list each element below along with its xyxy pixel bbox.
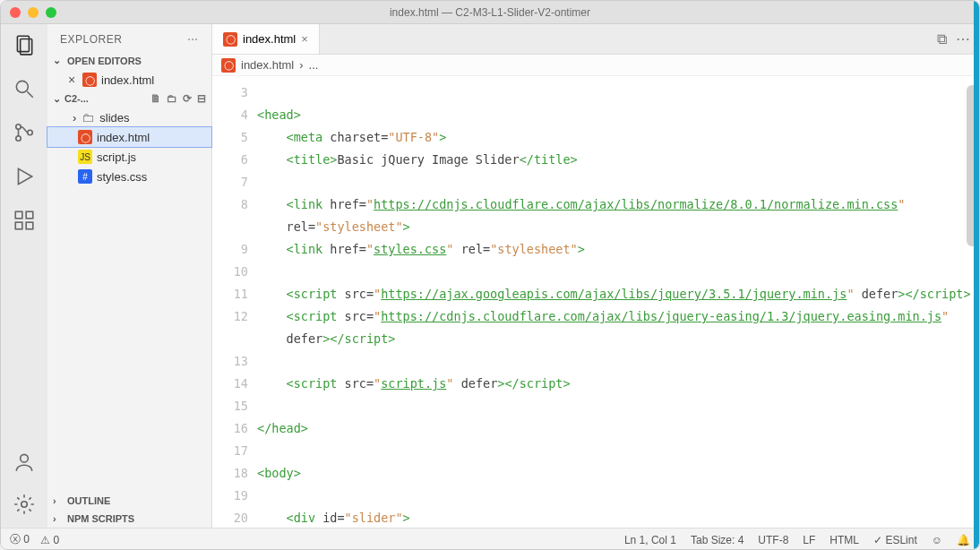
line-gutter: 345678 9101112 1314151617181920 bbox=[212, 76, 257, 528]
html-file-icon: ◯ bbox=[223, 32, 237, 47]
open-editors-label: OPEN EDITORS bbox=[67, 56, 142, 66]
svg-point-5 bbox=[16, 136, 21, 141]
search-icon[interactable] bbox=[13, 77, 36, 103]
file-tree-label: script.js bbox=[97, 150, 136, 164]
status-bar: ⓧ 0 ⚠ 0 Ln 1, Col 1 Tab Size: 4 UTF-8 LF… bbox=[1, 528, 979, 550]
status-tab-size[interactable]: Tab Size: 4 bbox=[691, 534, 744, 546]
close-window-icon[interactable] bbox=[10, 7, 21, 18]
extensions-icon[interactable] bbox=[13, 209, 36, 235]
run-debug-icon[interactable] bbox=[13, 165, 36, 191]
js-file-icon: JS bbox=[78, 150, 92, 164]
chevron-right-icon: › bbox=[53, 495, 64, 506]
window-right-edge bbox=[974, 1, 979, 549]
chevron-down-icon: ⌄ bbox=[53, 93, 61, 105]
refresh-icon[interactable]: ⟳ bbox=[183, 92, 192, 105]
svg-point-4 bbox=[16, 125, 21, 129]
outline-label: OUTLINE bbox=[67, 495, 110, 506]
new-folder-icon[interactable]: 🗀 bbox=[167, 92, 177, 105]
status-warnings[interactable]: ⚠ 0 bbox=[40, 534, 59, 546]
svg-point-13 bbox=[21, 502, 28, 508]
status-ln-col[interactable]: Ln 1, Col 1 bbox=[624, 534, 676, 546]
explorer-title: EXPLORER bbox=[60, 33, 122, 46]
status-bell-icon[interactable]: 🔔 bbox=[957, 534, 970, 546]
editor-tabs: ◯ index.html × ⧉ ⋯ bbox=[212, 24, 979, 55]
titlebar: index.html — C2-M3-L1-Slider-V2-ontimer bbox=[1, 1, 979, 24]
open-editors-section[interactable]: ⌄ OPEN EDITORS bbox=[47, 51, 211, 70]
status-language[interactable]: HTML bbox=[830, 534, 859, 546]
svg-rect-11 bbox=[26, 222, 33, 229]
collapse-all-icon[interactable]: ⊟ bbox=[197, 92, 206, 105]
code-content[interactable]: <head> <meta charset="UTF-8"> <title>Bas… bbox=[257, 76, 979, 528]
close-editor-icon[interactable]: × bbox=[65, 73, 78, 87]
svg-marker-7 bbox=[19, 168, 32, 184]
status-eol[interactable]: LF bbox=[803, 534, 815, 546]
status-encoding[interactable]: UTF-8 bbox=[758, 534, 788, 546]
file-tree-label: index.html bbox=[97, 131, 150, 144]
svg-rect-9 bbox=[26, 211, 33, 219]
project-name: C2-... bbox=[64, 93, 89, 104]
chevron-right-icon: › bbox=[53, 513, 64, 524]
chevron-right-icon: › bbox=[73, 111, 76, 125]
minimize-window-icon[interactable] bbox=[28, 7, 39, 18]
file-tree-item[interactable]: JSscript.js bbox=[47, 147, 211, 167]
css-file-icon: # bbox=[78, 169, 92, 184]
split-editor-icon[interactable]: ⧉ bbox=[937, 31, 947, 47]
window-controls bbox=[10, 7, 56, 18]
tab-index-html[interactable]: ◯ index.html × bbox=[212, 24, 320, 54]
tab-label: index.html bbox=[243, 32, 296, 46]
window-title: index.html — C2-M3-L1-Slider-V2-ontimer bbox=[1, 6, 979, 19]
html-file-icon: ◯ bbox=[78, 130, 92, 144]
outline-section[interactable]: › OUTLINE bbox=[47, 492, 211, 510]
file-tree-item[interactable]: › 🗀slides bbox=[47, 107, 211, 127]
npm-scripts-section[interactable]: › NPM SCRIPTS bbox=[47, 510, 211, 528]
explorer-sidebar: EXPLORER ⋯ ⌄ OPEN EDITORS × ◯ index.html… bbox=[47, 24, 212, 528]
svg-rect-8 bbox=[15, 211, 22, 219]
activity-bar bbox=[1, 24, 47, 528]
breadcrumb[interactable]: ◯ index.html › ... bbox=[212, 55, 979, 76]
html-file-icon: ◯ bbox=[82, 73, 97, 87]
file-tree-item[interactable]: ◯index.html bbox=[47, 127, 211, 147]
svg-point-12 bbox=[21, 454, 29, 462]
svg-point-2 bbox=[16, 81, 28, 92]
file-tree-label: slides bbox=[99, 111, 129, 125]
account-icon[interactable] bbox=[13, 451, 36, 477]
project-section[interactable]: ⌄ C2-... 🗎 🗀 ⟳ ⊟ bbox=[47, 90, 211, 107]
folder-icon: 🗀 bbox=[81, 110, 95, 125]
svg-point-6 bbox=[28, 130, 32, 134]
chevron-down-icon: ⌄ bbox=[53, 55, 64, 66]
status-errors[interactable]: ⓧ 0 bbox=[10, 532, 30, 547]
breadcrumb-file: index.html bbox=[241, 58, 294, 72]
status-eslint[interactable]: ✓ ESLint bbox=[873, 534, 917, 546]
editor-area: ◯ index.html × ⧉ ⋯ ◯ index.html › ... 34… bbox=[212, 24, 979, 528]
file-tree-item[interactable]: #styles.css bbox=[47, 167, 211, 186]
breadcrumb-rest: ... bbox=[309, 58, 319, 72]
open-editor-filename: index.html bbox=[101, 73, 154, 87]
html-file-icon: ◯ bbox=[221, 58, 236, 73]
breadcrumb-sep: › bbox=[299, 58, 303, 72]
svg-line-3 bbox=[27, 91, 33, 98]
close-tab-icon[interactable]: × bbox=[301, 32, 308, 46]
editor-more-icon[interactable]: ⋯ bbox=[956, 30, 970, 47]
open-editor-item[interactable]: × ◯ index.html bbox=[47, 70, 211, 90]
settings-gear-icon[interactable] bbox=[13, 493, 36, 519]
npm-scripts-label: NPM SCRIPTS bbox=[67, 513, 134, 524]
maximize-window-icon[interactable] bbox=[46, 7, 56, 18]
explorer-more-icon[interactable]: ⋯ bbox=[187, 33, 199, 46]
status-feedback-icon[interactable]: ☺ bbox=[932, 534, 942, 546]
explorer-icon[interactable] bbox=[13, 33, 36, 59]
source-control-icon[interactable] bbox=[13, 121, 36, 147]
svg-rect-10 bbox=[15, 222, 22, 229]
new-file-icon[interactable]: 🗎 bbox=[150, 92, 161, 105]
file-tree-label: styles.css bbox=[97, 170, 147, 184]
